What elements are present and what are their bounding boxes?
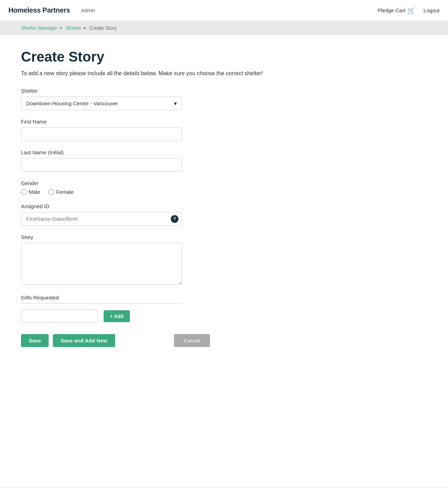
gifts-section: Gifts Requested + Add <box>21 295 210 323</box>
gender-female-label: Female <box>56 189 74 195</box>
navbar: Homeless Partners Admin Pledge Cart 🛒 Lo… <box>0 0 448 21</box>
assigned-id-label: Assigned ID <box>21 203 210 209</box>
breadcrumb-shelter-manager[interactable]: Shelter Manager <box>21 25 57 31</box>
assigned-id-wrapper: ? <box>21 212 182 226</box>
gender-male-option[interactable]: Male <box>21 189 40 195</box>
shelter-select[interactable]: Downtown Housing Centre - Vancouver Othe… <box>21 97 182 110</box>
gender-radio-group: Male Female <box>21 189 210 195</box>
help-icon[interactable]: ? <box>171 215 178 223</box>
breadcrumb-current: Create Story <box>89 25 117 31</box>
first-name-label: First Name <box>21 119 210 125</box>
admin-label: Admin <box>81 8 95 13</box>
gifts-label: Gifts Requested <box>21 295 210 300</box>
first-name-group: First Name <box>21 119 210 141</box>
story-label: Story <box>21 234 210 240</box>
last-name-input[interactable] <box>21 158 182 172</box>
shelter-group: Shelter Downtown Housing Centre - Vancou… <box>21 88 210 110</box>
first-name-input[interactable] <box>21 127 182 141</box>
gifts-row: + Add <box>21 309 210 323</box>
gifts-divider <box>21 303 182 304</box>
shelter-label: Shelter <box>21 88 210 94</box>
breadcrumb-stories[interactable]: Stories <box>65 25 81 31</box>
action-buttons: Save Save and Add New Cancel <box>21 334 210 347</box>
story-textarea[interactable] <box>21 243 182 285</box>
breadcrumb: Shelter Manager ► Stories ► Create Story <box>0 21 448 35</box>
gender-group: Gender Male Female <box>21 180 210 195</box>
app-brand: Homeless Partners <box>8 6 70 14</box>
add-gift-button[interactable]: + Add <box>104 310 130 322</box>
page-title: Create Story <box>21 49 427 65</box>
story-group: Story <box>21 234 210 286</box>
assigned-id-input[interactable] <box>21 212 182 226</box>
create-story-form: Shelter Downtown Housing Centre - Vancou… <box>21 88 210 347</box>
gender-female-option[interactable]: Female <box>49 189 74 195</box>
gender-label: Gender <box>21 180 210 186</box>
breadcrumb-arrow-1: ► <box>59 26 64 30</box>
gender-male-radio[interactable] <box>21 189 27 195</box>
save-and-add-new-button[interactable]: Save and Add New <box>53 334 115 347</box>
navbar-left: Homeless Partners Admin <box>8 6 95 14</box>
main-content: Create Story To add a new story please i… <box>0 35 448 487</box>
pledge-cart-label: Pledge Cart <box>378 7 405 13</box>
shelter-select-wrapper: Downtown Housing Centre - Vancouver Othe… <box>21 97 182 110</box>
gift-input[interactable] <box>21 309 98 323</box>
navbar-right: Pledge Cart 🛒 Logout <box>378 7 440 14</box>
gender-male-label: Male <box>29 189 40 195</box>
gender-female-radio[interactable] <box>49 189 54 195</box>
save-button[interactable]: Save <box>21 334 49 347</box>
page-description: To add a new story please include all th… <box>21 70 427 77</box>
assigned-id-group: Assigned ID ? <box>21 203 210 226</box>
last-name-label: Last Name (Initial) <box>21 149 210 155</box>
pledge-cart-link[interactable]: Pledge Cart 🛒 <box>378 7 415 14</box>
breadcrumb-arrow-2: ► <box>83 26 87 30</box>
cart-icon: 🛒 <box>407 7 415 14</box>
cancel-button[interactable]: Cancel <box>174 334 210 347</box>
last-name-group: Last Name (Initial) <box>21 149 210 172</box>
logout-link[interactable]: Logout <box>424 7 440 13</box>
